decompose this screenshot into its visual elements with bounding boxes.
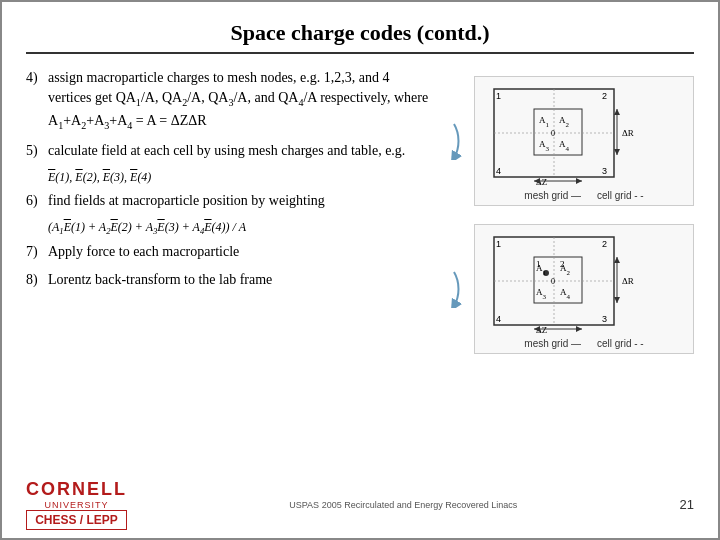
svg-text:ΔR: ΔR <box>622 276 634 286</box>
svg-text:1: 1 <box>496 91 501 101</box>
arrow-icon-2 <box>440 270 468 308</box>
diagram-2-labels: mesh grid — cell grid - - <box>524 336 643 349</box>
diagram-1: A1 A2 A3 A4 0 1 2 4 3 ΔR ΔZ <box>474 76 694 206</box>
cell-grid-label-1: cell grid - - <box>597 190 644 201</box>
item-text: find fields at macroparticle position by… <box>48 191 325 211</box>
arrow-icon <box>440 122 468 160</box>
formula-text: E(1), E(2), E(3), E(4) <box>48 169 430 186</box>
item-text: Lorentz back-transform to the lab frame <box>48 270 272 290</box>
svg-text:0: 0 <box>551 129 555 138</box>
svg-text:1: 1 <box>496 239 501 249</box>
content-area: 4) assign macroparticle charges to mesh … <box>26 68 694 358</box>
item-text: calculate field at each cell by using me… <box>48 141 405 161</box>
cornell-university: UNIVERSITY <box>44 500 108 510</box>
cell-grid-label-2: cell grid - - <box>597 338 644 349</box>
footer-citation: USPAS 2005 Recirculated and Energy Recov… <box>289 500 517 510</box>
svg-marker-17 <box>614 149 620 155</box>
svg-text:4: 4 <box>496 314 501 324</box>
footer: CORNELL UNIVERSITY CHESS / LEPP USPAS 20… <box>2 479 718 530</box>
item-text: assign macroparticle charges to mesh nod… <box>48 68 430 133</box>
svg-marker-41 <box>614 297 620 303</box>
svg-text:A4: A4 <box>559 139 570 153</box>
item-number: 5) <box>26 141 48 161</box>
item-number: 4) <box>26 68 48 88</box>
item-number: 6) <box>26 191 48 211</box>
svg-marker-16 <box>614 109 620 115</box>
slide: Space charge codes (contd.) 4) assign ma… <box>0 0 720 540</box>
svg-text:4: 4 <box>496 166 501 176</box>
svg-text:A2: A2 <box>560 263 571 277</box>
right-column: A1 A2 A3 A4 0 1 2 4 3 ΔR ΔZ <box>440 68 694 358</box>
item-number: 7) <box>26 242 48 262</box>
svg-text:2: 2 <box>602 239 607 249</box>
item-number: 8) <box>26 270 48 290</box>
svg-text:A3: A3 <box>539 139 550 153</box>
svg-text:A2: A2 <box>559 115 570 129</box>
diagram-row-2: 1 A1 2 A2 A3 A4 0 1 2 4 3 ΔR <box>440 224 694 354</box>
diagram-1-svg: A1 A2 A3 A4 0 1 2 4 3 ΔR ΔZ <box>484 81 684 186</box>
chess-lepp-label: CHESS / LEPP <box>26 510 127 530</box>
list-item: 7) Apply force to each macroparticle <box>26 242 430 262</box>
formula-text: (A1E(1) + A2E(2) + A3E(3) + A4E(4)) / A <box>48 219 430 238</box>
diagram-2-svg: 1 A1 2 A2 A3 A4 0 1 2 4 3 ΔR <box>484 229 684 334</box>
cornell-name: CORNELL <box>26 479 127 500</box>
item-text: Apply force to each macroparticle <box>48 242 239 262</box>
svg-text:A3: A3 <box>536 287 547 301</box>
list-item: 8) Lorentz back-transform to the lab fra… <box>26 270 430 290</box>
svg-text:A4: A4 <box>560 287 571 301</box>
svg-marker-20 <box>576 178 582 184</box>
diagram-row-1: A1 A2 A3 A4 0 1 2 4 3 ΔR ΔZ <box>440 76 694 206</box>
list-item: 6) find fields at macroparticle position… <box>26 191 430 211</box>
slide-title: Space charge codes (contd.) <box>26 20 694 54</box>
page-number: 21 <box>680 497 694 512</box>
svg-text:2: 2 <box>602 91 607 101</box>
svg-text:0: 0 <box>551 277 555 286</box>
svg-text:ΔR: ΔR <box>622 128 634 138</box>
svg-text:A1: A1 <box>539 115 550 129</box>
mesh-grid-label-2: mesh grid — <box>524 338 581 349</box>
mesh-grid-label-1: mesh grid — <box>524 190 581 201</box>
svg-text:3: 3 <box>602 166 607 176</box>
svg-marker-40 <box>614 257 620 263</box>
list-item: 4) assign macroparticle charges to mesh … <box>26 68 430 133</box>
svg-marker-44 <box>576 326 582 332</box>
diagram-1-labels: mesh grid — cell grid - - <box>524 188 643 201</box>
svg-text:A1: A1 <box>536 263 547 277</box>
diagram-2: 1 A1 2 A2 A3 A4 0 1 2 4 3 ΔR <box>474 224 694 354</box>
left-column: 4) assign macroparticle charges to mesh … <box>26 68 430 358</box>
svg-text:3: 3 <box>602 314 607 324</box>
list-item: 5) calculate field at each cell by using… <box>26 141 430 161</box>
cornell-logo: CORNELL UNIVERSITY CHESS / LEPP <box>26 479 127 530</box>
